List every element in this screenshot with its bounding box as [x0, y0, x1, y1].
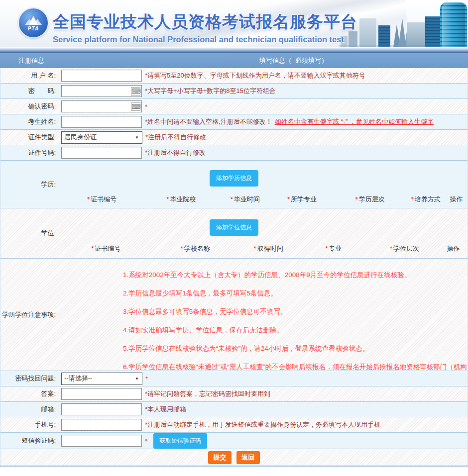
row-notes: 学历学位注意事项: 1.系统对2002年至今大专以上（含大专）的学历信息、200… [0, 259, 468, 371]
registration-form: 用 户 名: *请填写5至20位数字、字母或下划线作为用户名，请不要输入汉字或其… [0, 68, 468, 466]
get-sms-code-button[interactable]: 获取短信验证码 [153, 433, 207, 449]
id-type-label: 证件类型: [0, 130, 59, 145]
id-type-selected-value: 居民身份证 [64, 133, 97, 142]
site-title-english: Service platform for National Profession… [53, 35, 357, 44]
row-confirm-password: 确认密码: ⌨ * [0, 99, 468, 114]
mobile-input[interactable] [61, 419, 142, 431]
titlebar-left-label: 注册信息 [18, 57, 44, 64]
education-col-school: *毕业院校 [142, 195, 220, 204]
add-degree-button[interactable]: 添加学位信息 [210, 219, 258, 236]
education-col-major: *所学专业 [270, 195, 333, 204]
confirm-password-hint: * [145, 103, 147, 110]
password-label: 密 码: [0, 84, 59, 98]
required-asterisk: * [355, 195, 359, 203]
degree-label: 学位: [0, 208, 59, 258]
back-button[interactable]: 返回 [236, 451, 260, 464]
security-question-label: 密码找回问题: [0, 371, 59, 386]
keyboard-icon[interactable]: ⌨ [131, 87, 140, 95]
required-asterisk: * [181, 245, 184, 252]
degree-col-time: *取得时间 [240, 244, 297, 253]
id-type-hint: *注册后不得自行修改 [145, 133, 206, 142]
email-label: 邮箱: [0, 402, 59, 417]
education-col-grad-time: *毕业时间 [220, 195, 270, 204]
required-asterisk: * [411, 195, 415, 203]
education-col-cert-no: *证书编号 [61, 195, 142, 204]
id-type-select[interactable]: 居民身份证 ▼ [61, 131, 142, 144]
section-titlebar: 注册信息 填写信息（*必须填写） [0, 53, 468, 68]
answer-input[interactable] [61, 388, 142, 400]
pta-logo-text: PTA [28, 26, 39, 31]
rare-character-help-link[interactable]: 如姓名中含有生僻字或 “·” ，参见姓名中如何输入生僻字 [275, 117, 434, 126]
row-mobile: 手机号: *注册后自动绑定手机，用于发送短信或重要操作身份认定，务必填写本人现用… [0, 417, 468, 433]
row-degree: 学位: 添加学位信息 *证书编号 *学校名称 *取得时间 *专业 *学位层次 操… [0, 208, 468, 259]
education-col-level: *学历层次 [334, 195, 407, 204]
city-skyline-illustration [339, 0, 468, 47]
note-item: 3.学位信息最多可填写5条信息，无学位信息可不填写。 [123, 307, 468, 316]
email-hint: *本人现用邮箱 [145, 405, 186, 414]
required-asterisk: * [287, 195, 291, 203]
notes-label: 学历学位注意事项: [0, 259, 59, 371]
degree-col-major: *专业 [297, 244, 370, 253]
building-shape [378, 25, 390, 47]
id-number-label: 证件号码: [0, 145, 59, 160]
degree-col-cert-no: *证书编号 [61, 244, 151, 253]
note-item: 6.学历学位信息在线核验“未通过”或“需人工核查”的不会影响后续报名，须在报名开… [123, 363, 468, 372]
row-answer: 答案: *请牢记问题答案，忘记密码需找回时要用到 [0, 386, 468, 402]
note-item: 5.学历学位信息在线核验状态为“未核验”的，请24小时后，登录系统查看核验状态。 [123, 344, 468, 353]
required-asterisk: * [254, 245, 257, 252]
username-label: 用 户 名: [0, 68, 59, 83]
sms-code-input[interactable] [61, 435, 142, 447]
site-title-chinese: 全国专业技术人员资格考试报名服务平台 [53, 11, 357, 33]
password-input[interactable] [61, 85, 142, 97]
row-password: 密 码: ⌨ *大写字母+小写字母+数字的8至15位字符组合 [0, 84, 468, 99]
keyboard-icon[interactable]: ⌨ [131, 102, 140, 111]
confirm-password-input[interactable] [61, 100, 142, 112]
id-number-input[interactable] [61, 147, 142, 159]
degree-col-operation: 操作 [439, 244, 468, 253]
pta-logo: PTA [18, 7, 49, 38]
email-input[interactable] [61, 403, 142, 415]
mobile-hint: *注册后自动绑定手机，用于发送短信或重要操作身份认定，务必填写本人现用手机 [145, 420, 380, 429]
footer-actions: 提交 返回 [0, 449, 468, 466]
password-hint: *大写字母+小写字母+数字的8至15位字符组合 [145, 87, 276, 95]
note-item: 2.学历信息最少填写1条信息，最多可填写5条信息。 [123, 289, 468, 298]
security-question-selected-value: --请选择-- [64, 374, 92, 383]
submit-button[interactable]: 提交 [208, 451, 232, 464]
bottom-border [0, 466, 468, 467]
required-asterisk: * [390, 245, 393, 252]
note-item: 1.系统对2002年至今大专以上（含大专）的学历信息、2008年9月至今的学位信… [123, 271, 468, 280]
username-hint: *请填写5至20位数字、字母或下划线作为用户名，请不要输入汉字或其他符号 [145, 71, 365, 80]
required-asterisk: * [145, 437, 147, 445]
required-asterisk: * [292, 57, 295, 64]
add-education-button[interactable]: 添加学历信息 [210, 170, 258, 187]
candidate-name-hint: *姓名中间请不要输入空格,注册后不能修改！ [145, 117, 272, 126]
required-asterisk: * [231, 195, 234, 203]
degree-col-school: *学校名称 [151, 244, 240, 253]
sms-code-label: 短信验证码: [0, 433, 59, 449]
education-column-headers: *证书编号 *毕业院校 *毕业时间 *所学专业 *学历层次 *培养方式 操作 [0, 195, 468, 204]
dropdown-arrow-icon: ▼ [135, 377, 139, 381]
education-col-mode: *培养方式 [407, 195, 446, 204]
security-question-select[interactable]: --请选择-- ▼ [61, 373, 142, 385]
notes-list: 1.系统对2002年至今大专以上（含大专）的学历信息、2008年9月至今的学位信… [59, 259, 468, 371]
row-username: 用 户 名: *请填写5至20位数字、字母或下划线作为用户名，请不要输入汉字或其… [0, 68, 468, 84]
username-input[interactable] [61, 70, 142, 82]
site-titles: 全国专业技术人员资格考试报名服务平台 Service platform for … [53, 11, 357, 44]
education-label: 学历: [0, 161, 59, 208]
pta-logo-mountain-icon [25, 15, 42, 25]
candidate-name-input[interactable] [61, 116, 142, 128]
row-security-question: 密码找回问题: --请选择-- ▼ * [0, 371, 468, 386]
required-asterisk: * [145, 375, 148, 382]
row-candidate-name: 考生姓名: *姓名中间请不要输入空格,注册后不能修改！ 如姓名中含有生僻字或 “… [0, 114, 468, 130]
confirm-password-label: 确认密码: [0, 99, 59, 114]
titlebar-right-pre: 填写信息（ [259, 57, 292, 64]
answer-label: 答案: [0, 386, 59, 401]
dropdown-arrow-icon: ▼ [135, 135, 139, 140]
row-email: 邮箱: *本人现用邮箱 [0, 402, 468, 417]
row-id-type: 证件类型: 居民身份证 ▼ *注册后不得自行修改 [0, 130, 468, 145]
building-shape [359, 18, 376, 47]
site-header: PTA 全国专业技术人员资格考试报名服务平台 Service platform … [0, 0, 468, 53]
answer-hint: *请牢记问题答案，忘记密码需找回时要用到 [145, 389, 270, 398]
building-shape [425, 16, 442, 47]
mobile-label: 手机号: [0, 417, 59, 432]
